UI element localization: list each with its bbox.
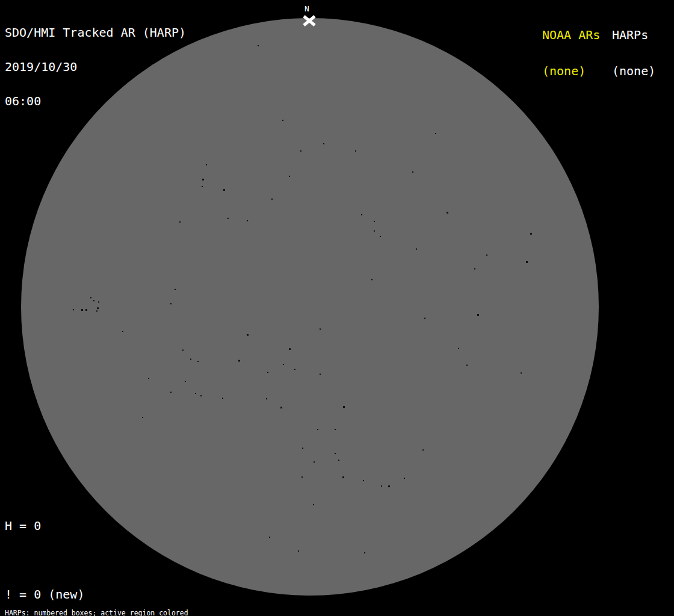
sunspot (247, 220, 248, 221)
sunspot (381, 485, 382, 487)
sunspot (300, 150, 301, 152)
page-title: SDO/HMI Tracked AR (HARP) (5, 27, 186, 38)
sunspot (447, 212, 448, 214)
legend-spacer (5, 555, 143, 566)
sunspot (412, 171, 413, 173)
footer-notes: HARPs: numbered boxes; active region col… (5, 595, 247, 616)
sunspot (247, 334, 249, 336)
sunspot (185, 381, 186, 382)
sunspot (404, 478, 405, 479)
sunspot (222, 398, 223, 399)
sunspot (364, 552, 365, 553)
sunspot (301, 476, 303, 478)
sunspot (521, 372, 522, 374)
sunspot (148, 378, 149, 379)
sunspot (320, 374, 321, 375)
sunspot (200, 395, 202, 396)
sunspot (280, 407, 282, 408)
sunspot (258, 45, 259, 46)
sunspot (90, 297, 91, 298)
north-label: N (305, 5, 309, 13)
north-cross-icon (302, 15, 317, 26)
harp-tracking-plot: SDO/HMI Tracked AR (HARP) 2019/10/30 06:… (0, 0, 674, 616)
sunspot (175, 289, 176, 290)
sunspot (238, 360, 240, 362)
noaa-ars-label: NOAA ARs (542, 29, 600, 41)
sunspot (227, 218, 229, 219)
sunspot (313, 504, 314, 505)
legend-harp-count: H = 0 (5, 520, 143, 532)
observation-date: 2019/10/30 (5, 61, 186, 73)
noaa-ars-value: (none) (542, 65, 600, 77)
sunspot (422, 449, 424, 451)
sunspot (320, 328, 321, 330)
sunspot (282, 120, 283, 121)
sunspot (342, 476, 344, 478)
sunspot (289, 348, 291, 350)
sunspot (195, 393, 196, 394)
sunspot (474, 268, 475, 270)
sunspot (97, 307, 99, 309)
sunspot (380, 236, 381, 237)
sunspot (530, 233, 532, 235)
sunspot (371, 279, 373, 280)
sunspot (170, 392, 172, 393)
title-block: SDO/HMI Tracked AR (HARP) 2019/10/30 06:… (5, 4, 186, 130)
sunspot (424, 318, 425, 319)
sunspot (269, 537, 270, 538)
sunspot (374, 230, 375, 232)
sunspot (361, 214, 362, 215)
sunspot (317, 429, 318, 430)
sunspot (298, 550, 299, 552)
sunspot (323, 143, 324, 144)
harps-value: (none) (612, 65, 655, 77)
harps-block: HARPs (none) (612, 5, 655, 101)
sunspot (302, 448, 303, 449)
sunspot (289, 176, 290, 177)
sunspot (335, 429, 336, 430)
sunspot (223, 189, 225, 191)
sunspot (142, 417, 143, 418)
sunspot (477, 314, 479, 316)
sunspot (170, 303, 172, 304)
sunspot (355, 150, 356, 152)
sunspot (93, 300, 94, 301)
sunspot (486, 254, 487, 256)
sunspot (266, 398, 267, 399)
sunspot (343, 406, 345, 408)
sunspot (363, 480, 364, 481)
sunspot (388, 485, 390, 487)
sunspot (98, 301, 99, 303)
sunspot (338, 460, 339, 461)
sunspot (526, 261, 528, 263)
sunspot (416, 248, 417, 250)
sunspot (190, 359, 191, 360)
sunspot (374, 221, 375, 222)
noaa-ars-block: NOAA ARs (none) (542, 5, 600, 101)
sunspot (271, 199, 273, 200)
sunspot (466, 365, 468, 366)
sunspot (283, 364, 284, 365)
sunspot (179, 221, 181, 223)
harps-label: HARPs (612, 29, 655, 41)
sunspot (202, 179, 204, 180)
sunspot (81, 309, 83, 311)
sunspot (182, 350, 184, 351)
sunspot (294, 369, 295, 370)
sunspot (122, 331, 123, 332)
sunspot (96, 310, 97, 312)
sunspot (206, 164, 207, 165)
sunspot (197, 361, 199, 362)
sunspot (73, 309, 74, 310)
footer-line-1: HARPs: numbered boxes; active region col… (5, 609, 247, 616)
sunspot (458, 348, 459, 349)
sunspot (314, 461, 315, 463)
sunspot (267, 372, 268, 373)
sunspot (85, 309, 87, 311)
sunspot (335, 453, 336, 454)
sunspot (435, 133, 436, 134)
sunspot (202, 186, 203, 187)
observation-time: 06:00 (5, 96, 186, 107)
